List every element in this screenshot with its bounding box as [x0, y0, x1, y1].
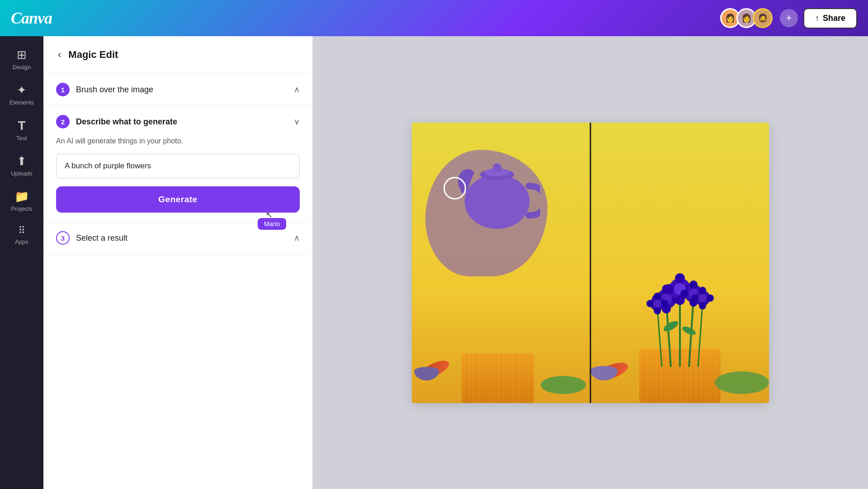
svg-point-39	[707, 294, 714, 302]
drum-stripes-left	[462, 353, 534, 403]
sidebar-item-projects[interactable]: 📁 Projects	[4, 185, 40, 217]
design-label: Design	[13, 64, 31, 71]
text-icon: T	[18, 119, 25, 133]
step-1-title: Brush over the image	[76, 85, 153, 95]
svg-point-40	[698, 294, 707, 302]
canva-logo: Canva	[11, 9, 52, 28]
magic-edit-panel: ‹ Magic Edit 1 Brush over the image ∧ 2 …	[43, 36, 313, 489]
share-label: Share	[823, 14, 845, 23]
step-2-title: Describe what to generate	[76, 117, 177, 127]
elements-icon: ✦	[17, 83, 27, 97]
projects-label: Projects	[11, 205, 33, 212]
sidebar-item-uploads[interactable]: ⬆ Uploads	[4, 150, 40, 181]
plate-right	[715, 371, 769, 394]
svg-point-26	[680, 290, 689, 298]
svg-point-32	[646, 300, 654, 307]
canvas-after	[590, 123, 769, 403]
projects-icon: 📁	[14, 190, 29, 204]
step-1-number: 1	[56, 83, 70, 96]
step-2-description: An AI will generate things in your photo…	[56, 136, 300, 147]
step-1-header-left: 1 Brush over the image	[56, 83, 153, 96]
header-right: 👩 👩 🧔 + ↑ Share	[720, 8, 857, 28]
svg-line-7	[657, 308, 662, 367]
back-button[interactable]: ‹	[56, 47, 63, 62]
generate-button-area: Generate ↖ Mario	[56, 186, 300, 213]
step-3-header-left: 3 Select a result	[56, 231, 127, 245]
sidebar-item-elements[interactable]: ✦ Elements	[4, 79, 40, 110]
svg-line-8	[698, 304, 703, 367]
svg-point-31	[654, 307, 661, 314]
step-3-header[interactable]: 3 Select a result ∧	[56, 231, 300, 245]
generate-button[interactable]: Generate	[56, 186, 300, 213]
uploads-label: Uploads	[11, 170, 33, 177]
drum-left	[462, 353, 534, 403]
svg-point-10	[681, 324, 697, 336]
avatar-group: 👩 👩 🧔	[720, 8, 773, 28]
uploads-icon: ⬆	[17, 154, 27, 168]
sidebar-item-apps[interactable]: ⠿ Apps	[4, 220, 40, 250]
bowl-small-left	[414, 367, 439, 380]
canvas-before	[412, 123, 590, 403]
svg-point-33	[661, 300, 668, 307]
step-2-header[interactable]: 2 Describe what to generate ∨	[56, 115, 300, 128]
svg-point-30	[654, 293, 661, 300]
svg-point-18	[675, 273, 685, 283]
design-icon: ⊞	[17, 48, 27, 62]
sidebar-item-design[interactable]: ⊞ Design	[4, 43, 40, 75]
flowers-svg	[635, 258, 725, 367]
svg-point-20	[664, 284, 674, 294]
share-button[interactable]: ↑ Share	[803, 8, 857, 28]
panel-header: ‹ Magic Edit	[43, 36, 312, 74]
step-2: 2 Describe what to generate ∨ An AI will…	[43, 106, 312, 222]
panel-title: Magic Edit	[68, 49, 118, 61]
sidebar-item-text[interactable]: T Text	[4, 114, 40, 146]
apps-label: Apps	[15, 238, 28, 245]
app-header: Canva 👩 👩 🧔 + ↑ Share	[0, 0, 868, 36]
step-3-chevron: ∧	[294, 233, 300, 243]
main-content: ⊞ Design ✦ Elements T Text ⬆ Uploads 📁 P…	[0, 36, 868, 489]
step-3-number: 3	[56, 231, 70, 245]
svg-point-34	[653, 299, 661, 308]
step-1-header[interactable]: 1 Brush over the image ∧	[56, 83, 300, 96]
text-label: Text	[16, 135, 27, 142]
step-1-chevron: ∧	[294, 85, 300, 95]
brush-overlay	[425, 150, 547, 276]
elements-label: Elements	[9, 99, 34, 106]
step-2-chevron: ∨	[294, 117, 300, 127]
plate-left	[541, 376, 586, 394]
step-1: 1 Brush over the image ∧	[43, 74, 312, 106]
share-icon: ↑	[815, 14, 819, 23]
generate-text-input[interactable]	[56, 154, 300, 178]
icon-nav: ⊞ Design ✦ Elements T Text ⬆ Uploads 📁 P…	[0, 36, 43, 489]
step-3-title: Select a result	[76, 233, 127, 243]
avatar-user-3: 🧔	[753, 8, 773, 28]
canvas-split-image	[412, 123, 769, 403]
apps-icon: ⠿	[18, 225, 25, 237]
bowl-right	[590, 366, 618, 380]
svg-point-24	[689, 280, 698, 289]
canvas-area[interactable]	[313, 36, 868, 489]
split-divider	[590, 123, 591, 403]
step-2-number: 2	[56, 115, 70, 128]
step-2-header-left: 2 Describe what to generate	[56, 115, 177, 128]
svg-point-37	[699, 302, 706, 309]
add-collaborator-button[interactable]: +	[780, 9, 798, 27]
user-tooltip: Mario	[258, 218, 286, 230]
svg-point-36	[699, 287, 706, 294]
step-2-content: An AI will generate things in your photo…	[56, 136, 300, 213]
brush-cursor	[443, 177, 466, 199]
svg-point-38	[691, 294, 698, 302]
svg-point-9	[662, 319, 679, 333]
